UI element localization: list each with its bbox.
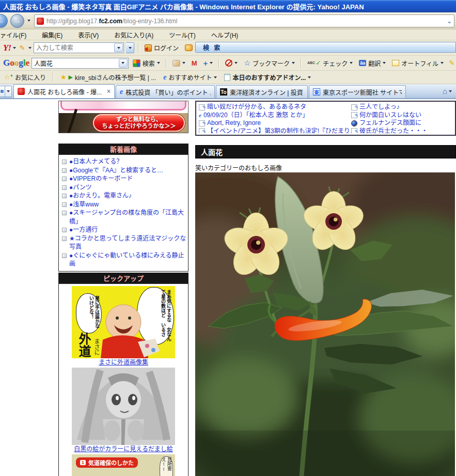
list-item[interactable]: ●Googleで『AA』と検索すると…: [61, 166, 187, 175]
translate-label: 翻訳: [368, 59, 381, 68]
yahoo-pencil-icon[interactable]: ✎: [18, 44, 26, 52]
tab-list-button[interactable]: [5, 86, 12, 97]
yahoo-search-input[interactable]: [34, 44, 114, 52]
tab-stock-invest[interactable]: e 株式投資 「買い」のポイント ...: [116, 85, 215, 98]
ad-banner-button[interactable]: ずっと無料なら、 ちょっとだけやろうかな＞＞: [93, 114, 185, 132]
divider: [301, 58, 302, 68]
tab-current[interactable]: 人面花 おもしろ画像 - 爆... ×: [13, 84, 115, 98]
yahoo-search-dropdown-icon[interactable]: [126, 42, 134, 53]
entry-link[interactable]: 彼氏が兵士だった・・・: [351, 128, 452, 134]
favorite-link-stocks[interactable]: ★ ▶ kire_sbiさんの株予想一覧 | ...: [58, 72, 158, 83]
menu-file[interactable]: ファイル(F): [0, 29, 27, 40]
masani-text: まさに: [92, 338, 101, 355]
list-item[interactable]: ●VIPPERのキーボード: [61, 174, 187, 183]
tab-label: 東京スポーツ新聞社 サイトマ...: [323, 88, 402, 97]
url-text[interactable]: http://gifjpg.blog17.fc2.com/blog-entry-…: [46, 18, 444, 25]
yahoo-search-history-icon[interactable]: [114, 43, 123, 52]
tab-close-icon[interactable]: ×: [107, 88, 111, 95]
pickup-image-firstaid[interactable]: 1 気道確保のしかた 見所要え!!: [72, 454, 175, 476]
address-row: ← → http://gifjpg.blog17.fc2.com/blog-en…: [0, 12, 456, 29]
tab-label: 株式投資 「買い」のポイント ...: [125, 88, 211, 97]
article-category[interactable]: 笑いカテゴリーのおもしろ画像: [195, 163, 456, 171]
tab-tokyo-sports[interactable]: 東 東京スポーツ新聞社 サイトマ...: [309, 85, 406, 98]
list-item[interactable]: ●浅草www: [61, 200, 187, 209]
menu-edit[interactable]: 編集(E): [41, 29, 64, 40]
page-edit-icon: [351, 128, 357, 133]
region-icon: [185, 44, 193, 51]
yahoo-search-button[interactable]: 検 索: [126, 42, 134, 53]
entry-link[interactable]: 三人でしよっ♪: [351, 103, 452, 112]
list-item[interactable]: ●日本人ナメてる？: [61, 157, 187, 166]
pickup-box: まあ気にするな 女なんて星の数ほど いるさ 星に手は届かないけどな！: [58, 283, 188, 476]
google-search-input[interactable]: [32, 59, 118, 67]
yahoo-login-button[interactable]: ログイン: [143, 42, 181, 53]
gmail-button[interactable]: M: [190, 58, 199, 68]
suggested-sites-button[interactable]: e おすすめサイト: [161, 72, 219, 83]
menu-favorites[interactable]: お気に入り(A): [113, 29, 154, 40]
entry-link[interactable]: フェルナンデス顔面に: [351, 119, 452, 128]
entry-link[interactable]: 暗い奴だけが分かる、あるあるネタ: [199, 103, 351, 112]
address-bar[interactable]: http://gifjpg.blog17.fc2.com/blog-entry-…: [34, 14, 454, 27]
forward-button[interactable]: →: [10, 14, 24, 28]
menu-help[interactable]: ヘルプ(H): [210, 29, 240, 40]
tab-toyo-keizai[interactable]: To 東洋経済オンライン | 投資・...: [216, 85, 308, 98]
menu-view[interactable]: 表示(V): [77, 29, 100, 40]
list-item[interactable]: ●スキージャンプ台の様な角度の「江島大橋」: [61, 209, 187, 226]
pickup-caption-manga[interactable]: 白黒の絵がカラーに見えるだまし絵: [59, 445, 188, 454]
entry-link[interactable]: Abort, Retry, Ignore: [199, 119, 351, 128]
entry-link[interactable]: 何か面白いスレはない: [351, 112, 452, 120]
menu-tools[interactable]: ツール(T): [168, 29, 196, 40]
check-icon: ✓: [316, 59, 321, 67]
translate-button[interactable]: āa 翻訳: [357, 58, 388, 69]
yahoo-logo[interactable]: Y!: [3, 43, 11, 53]
pickup-image-baby[interactable]: まあ気にするな 女なんて星の数ほど いるさ 星に手は届かないけどな！: [72, 286, 175, 358]
google-bookmark-label: ブックマーク: [253, 59, 290, 68]
google-add-button[interactable]: +: [201, 58, 215, 69]
login-icon: [145, 44, 152, 52]
popup-blocker-icon: [225, 59, 232, 67]
entry-link[interactable]: 【イベント/アニメ】第3期の制作も決定!『ひだまりス...: [199, 128, 351, 134]
list-item[interactable]: ★コラかと思ってしまう遠近法マジックな写真: [61, 234, 187, 251]
google-search-label: 検索: [143, 59, 155, 68]
yahoo-pencil-dropdown-icon[interactable]: [28, 47, 32, 49]
spell-check-button[interactable]: ABC✓ チェック: [305, 58, 355, 69]
plus-icon: +: [203, 59, 208, 68]
recent-entries-right: 三人でしよっ♪ 何か面白いスレはない フェルナンデス顔面に 彼氏が兵士だった・・…: [351, 103, 452, 133]
back-button[interactable]: ←: [0, 14, 8, 28]
popup-blocker-button[interactable]: [223, 58, 240, 68]
pickup-image-manga[interactable]: [72, 368, 175, 445]
google-search-box[interactable]: [32, 58, 129, 69]
history-dropdown-icon[interactable]: [27, 20, 30, 22]
article-title: 人面花: [195, 145, 456, 158]
tab-bar: 人面花 おもしろ画像 - 爆... × e 株式投資 「買い」のポイント ...…: [0, 84, 456, 99]
pickup-caption-baby[interactable]: まさに外道画像集: [59, 358, 188, 368]
yahoo-logo-dropdown-icon[interactable]: [13, 47, 16, 49]
list-item[interactable]: ●パンツ: [61, 183, 187, 192]
entry-link[interactable]: e09/09/20（日）「松本人志 激怒 とか」: [199, 112, 351, 120]
ad-line2: ちょっとだけやろうかな＞＞: [102, 123, 176, 130]
list-item[interactable]: ●一方通行: [61, 226, 187, 234]
google-bookmark-button[interactable]: ☆ ブックマーク: [242, 58, 297, 69]
google-search-button[interactable]: 検索: [131, 58, 162, 69]
highlighter-icon[interactable]: ✎: [448, 59, 456, 67]
abc-icon: ABC: [307, 61, 315, 65]
url-domain: fc2.com: [99, 18, 122, 25]
add-favorite-button[interactable]: ☆ お気に入り: [2, 72, 48, 83]
list-item[interactable]: ●ぐにゃぐにゃ動いている様にみえる静止画: [61, 251, 187, 268]
face-flower-photo: [195, 172, 455, 476]
addon-of-day-button[interactable]: 本日のおすすめアドオン...: [222, 72, 313, 83]
address-dropdown-icon[interactable]: ⌄: [447, 18, 452, 25]
tokyo-sports-favicon: 東: [313, 88, 320, 96]
firstaid-number: 1: [80, 460, 86, 465]
yahoo-search-box[interactable]: [34, 42, 124, 53]
ad-banner[interactable]: ずっと無料なら、 ちょっとだけやろうかな＞＞: [58, 101, 188, 133]
tab-current-label: 人面花 おもしろ画像 - 爆...: [27, 87, 103, 96]
google-logo[interactable]: Google: [3, 58, 29, 68]
autofill-button[interactable]: オートフィル: [390, 58, 446, 69]
manga-illustration: [72, 368, 175, 445]
home-button[interactable]: ⌂: [443, 87, 452, 96]
google-search-history-icon[interactable]: [119, 59, 128, 68]
google-news-button[interactable]: [170, 59, 187, 68]
list-item[interactable]: ●おかえり。電車さん♪: [61, 192, 187, 200]
yahoo-search-button-label[interactable]: 検 索: [195, 42, 456, 53]
